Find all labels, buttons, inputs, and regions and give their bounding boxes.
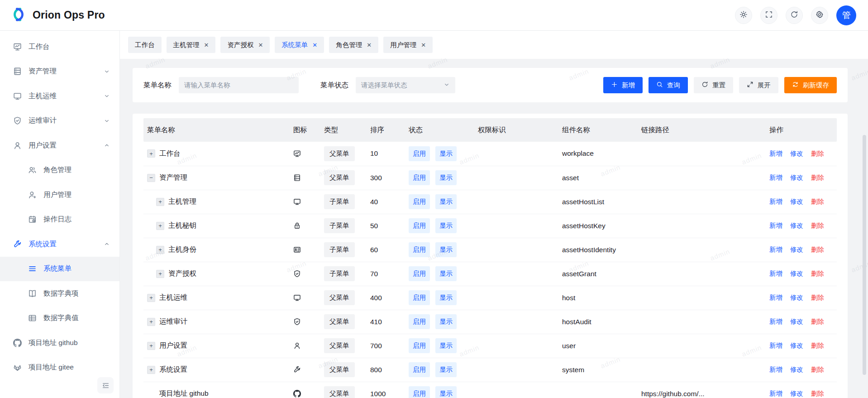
op-edit-link[interactable]: 修改 — [790, 246, 803, 253]
menu-order: 60 — [370, 238, 409, 262]
sidebar-item-项目地址 github[interactable]: 项目地址 github — [0, 331, 119, 355]
op-add-link[interactable]: 新增 — [769, 246, 782, 253]
op-edit-link[interactable]: 修改 — [790, 174, 803, 181]
reset-button[interactable]: 重置 — [694, 77, 733, 93]
op-delete-link[interactable]: 删除 — [811, 270, 824, 277]
settings-button[interactable] — [811, 7, 828, 24]
status-badge: 启用 — [409, 386, 430, 398]
tab-label: 角色管理 — [336, 41, 362, 49]
op-add-link[interactable]: 新增 — [769, 318, 782, 325]
op-delete-link[interactable]: 删除 — [811, 198, 824, 205]
fullscreen-button[interactable] — [760, 7, 777, 24]
menu-name-input[interactable] — [179, 77, 299, 93]
close-icon[interactable]: ✕ — [204, 42, 209, 48]
sidebar-item-项目地址 gitee[interactable]: 项目地址 gitee — [0, 355, 119, 380]
tab-角色管理[interactable]: 角色管理✕ — [329, 37, 378, 53]
search-button[interactable]: 查询 — [649, 77, 688, 93]
sidebar-item-数据字典项[interactable]: 数据字典项 — [0, 281, 119, 306]
sidebar-item-角色管理[interactable]: 角色管理 — [0, 158, 119, 183]
row-expander-button[interactable]: + — [156, 270, 164, 278]
user-avatar[interactable]: 管 — [836, 5, 856, 25]
refresh-cache-button[interactable]: 刷新缓存 — [784, 77, 837, 93]
op-add-link[interactable]: 新增 — [769, 222, 782, 229]
op-add-link[interactable]: 新增 — [769, 270, 782, 277]
op-edit-link[interactable]: 修改 — [790, 270, 803, 277]
close-icon[interactable]: ✕ — [312, 42, 317, 48]
op-delete-link[interactable]: 删除 — [811, 246, 824, 253]
op-edit-link[interactable]: 修改 — [790, 150, 803, 157]
row-expander-button[interactable]: + — [147, 149, 155, 158]
row-expander-button[interactable]: + — [147, 318, 155, 326]
menu-type-tag: 父菜单 — [324, 146, 355, 161]
row-expander-button[interactable]: + — [156, 198, 164, 206]
op-add-link[interactable]: 新增 — [769, 150, 782, 157]
sidebar-item-资产管理[interactable]: 资产管理 — [0, 59, 119, 84]
page-scrollbar[interactable] — [863, 135, 866, 375]
tab-工作台[interactable]: 工作台 — [128, 37, 162, 53]
op-add-link[interactable]: 新增 — [769, 294, 782, 301]
theme-toggle-button[interactable] — [735, 7, 752, 24]
expand-button[interactable]: 展开 — [739, 77, 778, 93]
op-delete-link[interactable]: 删除 — [811, 390, 824, 397]
shield-check-icon — [293, 270, 324, 278]
refresh-button[interactable] — [786, 7, 803, 24]
user-icon — [293, 342, 324, 350]
sidebar-item-label: 资产管理 — [29, 67, 57, 76]
op-delete-link[interactable]: 删除 — [811, 294, 824, 301]
sidebar-item-label: 系统菜单 — [43, 264, 72, 273]
op-add-link[interactable]: 新增 — [769, 342, 782, 349]
sidebar-item-系统设置[interactable]: 系统设置 — [0, 232, 119, 257]
tab-系统菜单[interactable]: 系统菜单✕ — [275, 37, 324, 53]
op-edit-link[interactable]: 修改 — [790, 342, 803, 349]
main-area: 工作台主机管理✕资产授权✕系统菜单✕角色管理✕用户管理✕ 菜单名称 菜单状态 请… — [120, 31, 868, 398]
sidebar-item-label: 主机运维 — [29, 91, 57, 101]
op-edit-link[interactable]: 修改 — [790, 198, 803, 205]
row-expander-button[interactable]: + — [156, 222, 164, 230]
menu-order: 410 — [370, 310, 409, 334]
op-delete-link[interactable]: 删除 — [811, 366, 824, 373]
row-expander-button[interactable]: + — [147, 342, 155, 350]
sidebar-item-数据字典值[interactable]: 数据字典值 — [0, 306, 119, 331]
op-delete-link[interactable]: 删除 — [811, 318, 824, 325]
sidebar-item-主机运维[interactable]: 主机运维 — [0, 84, 119, 109]
op-edit-link[interactable]: 修改 — [790, 318, 803, 325]
add-button[interactable]: 新增 — [603, 77, 643, 93]
menu-permission — [478, 382, 562, 398]
op-add-link[interactable]: 新增 — [769, 174, 782, 181]
op-delete-link[interactable]: 删除 — [811, 222, 824, 229]
tab-资产授权[interactable]: 资产授权✕ — [220, 37, 270, 53]
menu-status-select[interactable]: 请选择菜单状态 — [356, 77, 455, 93]
sidebar-item-运维审计[interactable]: 运维审计 — [0, 109, 119, 134]
sidebar-item-工作台[interactable]: 工作台 — [0, 34, 119, 59]
close-icon[interactable]: ✕ — [258, 42, 263, 48]
sidebar-item-操作日志[interactable]: 操作日志 — [0, 207, 119, 232]
lock-icon — [293, 222, 324, 230]
op-edit-link[interactable]: 修改 — [790, 294, 803, 301]
sidebar-collapse-button[interactable] — [97, 377, 114, 393]
op-delete-link[interactable]: 删除 — [811, 342, 824, 349]
close-icon[interactable]: ✕ — [367, 42, 372, 48]
op-edit-link[interactable]: 修改 — [790, 366, 803, 373]
op-delete-link[interactable]: 删除 — [811, 150, 824, 157]
op-delete-link[interactable]: 删除 — [811, 174, 824, 181]
menu-component — [562, 382, 641, 398]
op-add-link[interactable]: 新增 — [769, 198, 782, 205]
op-edit-link[interactable]: 修改 — [790, 222, 803, 229]
tab-主机管理[interactable]: 主机管理✕ — [167, 37, 216, 53]
close-icon[interactable]: ✕ — [421, 42, 426, 48]
sidebar-item-用户设置[interactable]: 用户设置 — [0, 133, 119, 158]
menu-name: 运维审计 — [159, 317, 187, 326]
tab-用户管理[interactable]: 用户管理✕ — [383, 37, 433, 53]
sidebar-item-用户管理[interactable]: 用户管理 — [0, 182, 119, 207]
sidebar: 工作台资产管理主机运维运维审计用户设置角色管理用户管理操作日志系统设置系统菜单数… — [0, 31, 120, 398]
row-expander-button[interactable]: + — [147, 366, 155, 374]
tab-label: 主机管理 — [173, 41, 200, 49]
menu-name: 主机秘钥 — [168, 221, 196, 230]
op-add-link[interactable]: 新增 — [769, 390, 782, 397]
row-expander-button[interactable]: + — [147, 294, 155, 302]
row-expander-button[interactable]: + — [156, 246, 164, 254]
op-add-link[interactable]: 新增 — [769, 366, 782, 373]
row-expander-button[interactable]: − — [147, 174, 155, 182]
op-edit-link[interactable]: 修改 — [790, 390, 803, 397]
sidebar-item-系统菜单[interactable]: 系统菜单 — [0, 257, 119, 282]
